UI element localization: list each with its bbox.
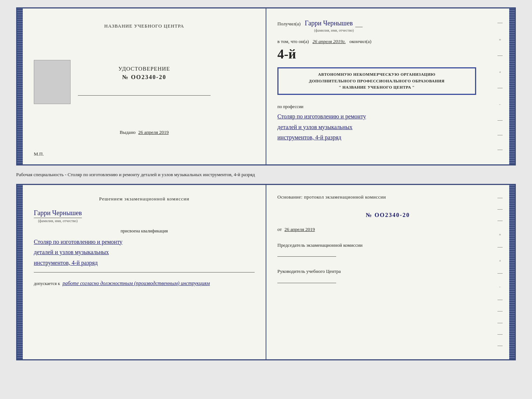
top-document: НАЗВАНИЕ УЧЕБНОГО ЦЕНТРА УДОСТОВЕРЕНИЕ №… bbox=[16, 7, 516, 165]
issued-line: Выдано 26 апреля 2019 bbox=[120, 129, 169, 135]
mp-label: М.П. bbox=[34, 151, 44, 157]
decor2-line-3 bbox=[497, 221, 503, 221]
assigned-label: присвоена квалификация bbox=[34, 228, 255, 234]
profession-line3: инструментов, 4-й разряд bbox=[277, 132, 498, 143]
decor2-line-8 bbox=[497, 323, 503, 323]
decor2-char-i: и bbox=[499, 232, 501, 236]
vtom-line: в том, что он(а) 26 апреля 2019г. окончи… bbox=[277, 39, 498, 44]
head-signature bbox=[277, 283, 336, 283]
decor2-char-a: а bbox=[499, 259, 501, 262]
right-side-decor-bottom: и а ← bbox=[496, 192, 504, 352]
head-label: Руководитель учебного Центра bbox=[277, 268, 498, 275]
admitted-label: допускается к bbox=[34, 281, 60, 286]
chair-label: Председатель экзаменационной комиссии bbox=[277, 242, 498, 249]
qual-text-block: Столяр по изготовлению и ремонту деталей… bbox=[34, 237, 122, 268]
protocol-date: 26 апреля 2019 bbox=[284, 227, 315, 232]
binding-left-top bbox=[17, 8, 23, 164]
caption-label: Рабочая специальность - Столяр по изгото… bbox=[16, 172, 255, 177]
head-block: Руководитель учебного Центра bbox=[277, 268, 498, 283]
admitted-text: работе согласно должностным (производств… bbox=[62, 281, 210, 286]
chair-signature bbox=[277, 256, 336, 257]
stamp-box: АВТОНОМНУЮ НЕКОММЕРЧЕСКУЮ ОРГАНИЗАЦИЮ ДО… bbox=[277, 67, 476, 95]
photo-placeholder bbox=[34, 60, 71, 104]
binding-right-bottom bbox=[509, 185, 515, 359]
stamp-line3: " НАЗВАНИЕ УЧЕБНОГО ЦЕНТРА " bbox=[283, 84, 471, 91]
org-title: НАЗВАНИЕ УЧЕБНОГО ЦЕНТРА bbox=[104, 23, 184, 29]
bottom-person-block: Гарри Чернышев (фамилия, имя, отчество) bbox=[34, 209, 82, 223]
bottom-document: Решением экзаменационной комиссии Гарри … bbox=[16, 184, 516, 360]
decor2-line-4 bbox=[497, 247, 503, 247]
profession-text-block: Столяр по изготовлению и ремонту деталей… bbox=[277, 111, 498, 143]
decor2-line-7 bbox=[497, 311, 503, 311]
grade-line: 4-й bbox=[277, 46, 498, 62]
cert-number: № OO2340-20 bbox=[122, 74, 166, 81]
decor-line-1 bbox=[497, 23, 503, 23]
binding-right-top bbox=[509, 8, 515, 164]
grade-big: 4-й bbox=[277, 46, 296, 62]
finished-label: окончил(а) bbox=[349, 39, 371, 44]
decor-line-4 bbox=[497, 120, 503, 121]
caption-text: Рабочая специальность - Столяр по изгото… bbox=[16, 169, 516, 180]
decor-line-5 bbox=[497, 135, 503, 135]
protocol-number: № OO2340-20 bbox=[366, 212, 410, 218]
decor2-char-left: ← bbox=[499, 285, 502, 289]
received-line: Получил(а) Гарри Чернышев (фамилия, имя,… bbox=[277, 19, 498, 33]
top-doc-left-page: НАЗВАНИЕ УЧЕБНОГО ЦЕНТРА УДОСТОВЕРЕНИЕ №… bbox=[23, 8, 266, 164]
recipient-name: Гарри Чернышев bbox=[305, 19, 353, 27]
decor2-line-5 bbox=[497, 273, 503, 274]
protocol-date-line: от 26 апреля 2019 bbox=[277, 225, 498, 234]
cert-label: УДОСТОВЕРЕНИЕ bbox=[118, 66, 170, 72]
name-sublabel-top: (фамилия, имя, отчество) bbox=[314, 28, 354, 32]
binding-left-bottom bbox=[17, 185, 23, 359]
qual-line1: Столяр по изготовлению и ремонту bbox=[34, 237, 122, 247]
bottom-doc-right-page: Основание: протокол экзаменационной коми… bbox=[266, 185, 509, 359]
stamp-line1: АВТОНОМНУЮ НЕКОММЕРЧЕСКУЮ ОРГАНИЗАЦИЮ bbox=[283, 71, 471, 78]
basis-label: Основание: протокол экзаменационной коми… bbox=[277, 192, 498, 202]
decor2-line-2 bbox=[497, 209, 503, 210]
decor-line-3 bbox=[497, 88, 503, 88]
decor-line-2 bbox=[497, 56, 503, 56]
divider1 bbox=[78, 95, 211, 96]
qual-line2: деталей и узлов музыкальных bbox=[34, 247, 122, 258]
bottom-doc-left-page: Решением экзаменационной комиссии Гарри … bbox=[23, 185, 266, 359]
completed-date: 26 апреля 2019г. bbox=[313, 39, 346, 44]
admitted-block: допускается к работе согласно должностны… bbox=[34, 281, 210, 286]
decor-char-i: и bbox=[499, 38, 501, 41]
bottom-name-divider bbox=[34, 218, 82, 218]
bottom-divider2 bbox=[34, 272, 255, 272]
stamp-line2: ДОПОЛНИТЕЛЬНОГО ПРОФЕССИОНАЛЬНОГО ОБРАЗО… bbox=[283, 78, 471, 85]
qual-line3: инструментов, 4-й разряд bbox=[34, 258, 122, 268]
decor2-line-9 bbox=[497, 334, 503, 335]
chair-block: Председатель экзаменационной комиссии bbox=[277, 242, 498, 257]
decor-char-left: ← bbox=[499, 103, 502, 106]
profession-line2: деталей и узлов музыкальных bbox=[277, 122, 498, 133]
vtom-label: в том, что он(а) bbox=[277, 39, 309, 44]
received-label: Получил(а) bbox=[277, 21, 301, 26]
decor2-line-10 bbox=[497, 346, 503, 346]
decor-char-a: а bbox=[499, 70, 501, 74]
decor2-line-6 bbox=[497, 300, 503, 300]
profession-line1: Столяр по изготовлению и ремонту bbox=[277, 111, 498, 122]
date-prefix: от bbox=[277, 227, 282, 232]
decision-title: Решением экзаменационной комиссии bbox=[34, 196, 255, 202]
decor2-line-1 bbox=[497, 198, 503, 198]
bottom-person-name: Гарри Чернышев bbox=[34, 209, 82, 217]
top-doc-right-page: Получил(а) Гарри Чернышев (фамилия, имя,… bbox=[266, 8, 509, 164]
issued-date: 26 апреля 2019 bbox=[138, 129, 169, 135]
name-underline bbox=[355, 27, 363, 27]
bottom-name-sublabel: (фамилия, имя, отчество) bbox=[34, 219, 82, 223]
protocol-number-block: № OO2340-20 bbox=[277, 209, 498, 221]
profession-label: по профессии bbox=[277, 104, 498, 110]
right-side-decor: и а ← bbox=[496, 16, 504, 157]
issued-label: Выдано bbox=[120, 129, 136, 135]
basis-block: Основание: протокол экзаменационной коми… bbox=[277, 192, 498, 234]
decor-line-6 bbox=[497, 150, 503, 150]
